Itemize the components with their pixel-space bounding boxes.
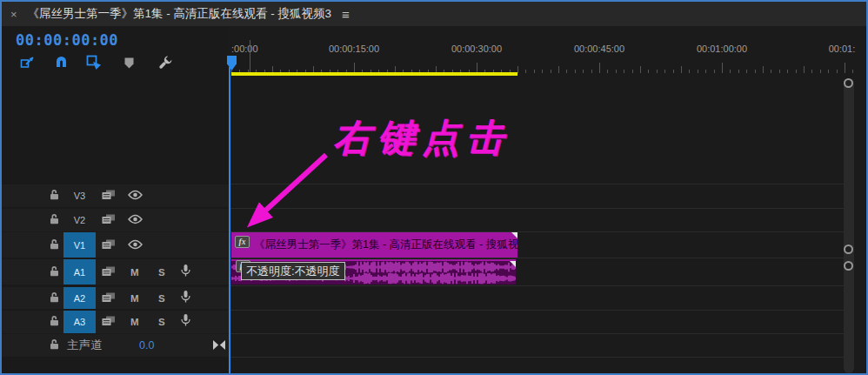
snap-icon[interactable] (52, 54, 70, 71)
lock-icon[interactable] (50, 238, 59, 253)
voiceover-mic-icon[interactable] (181, 290, 190, 306)
opacity-tooltip: 不透明度:不透明度 (241, 262, 345, 280)
sequence-title[interactable]: 《屌丝男士第一季》第1集 - 高清正版在线观看 - 搜狐视频3 (28, 6, 332, 22)
panel-titlebar: × 《屌丝男士第一季》第1集 - 高清正版在线观看 - 搜狐视频3 ≡ (2, 2, 866, 26)
solo-track-button[interactable]: S (158, 267, 165, 278)
mute-track-button[interactable]: M (130, 317, 139, 327)
ruler-time-label: 00:01:1 (829, 44, 856, 54)
mute-track-button[interactable]: M (130, 267, 139, 278)
linked-selection-icon[interactable] (85, 54, 103, 71)
track-header-a3: A3 M S (2, 311, 229, 333)
voiceover-mic-icon[interactable] (181, 264, 190, 280)
toggle-track-output-eye-icon[interactable] (128, 238, 143, 253)
sync-lock-icon[interactable] (102, 265, 116, 280)
voiceover-mic-icon[interactable] (181, 314, 190, 331)
track-header-v2: V2 (2, 209, 229, 231)
ruler-time-label: 00:00:15:00 (329, 44, 379, 54)
time-ruler[interactable]: :00:0000:00:15:0000:00:30:0000:00:45:000… (229, 44, 856, 57)
keyframe-toggle-icon[interactable] (212, 338, 226, 353)
track-name-v3[interactable]: V3 (63, 184, 96, 207)
scrollbar-handle[interactable] (844, 78, 853, 88)
timeline-panel: × 《屌丝男士第一季》第1集 - 高清正版在线观看 - 搜狐视频3 ≡ 00:0… (0, 0, 868, 375)
ruler-time-label: 00:00:45:00 (574, 44, 624, 54)
track-header-v3: V3 (2, 184, 229, 207)
ruler-time-label: 00:00:30:00 (451, 44, 502, 54)
lock-icon[interactable] (50, 314, 59, 330)
ruler-marker-line (250, 40, 250, 73)
clip-end-marker (511, 232, 517, 238)
toggle-track-output-eye-icon[interactable] (128, 212, 143, 228)
add-marker-icon[interactable] (120, 54, 137, 71)
master-level-value[interactable]: 0.0 (139, 339, 154, 352)
playhead-timecode[interactable]: 00:00:00:00 (16, 31, 118, 49)
lock-icon[interactable] (50, 188, 59, 204)
mute-track-button[interactable]: M (130, 293, 139, 304)
panel-menu-icon[interactable]: ≡ (342, 7, 350, 22)
track-name-a1[interactable]: A1 (63, 259, 96, 285)
track-name-a3[interactable]: A3 (63, 311, 96, 333)
sync-lock-icon[interactable] (102, 314, 116, 330)
track-header-v1: V1 (2, 232, 229, 258)
time-ruler-ticks (229, 57, 856, 73)
ruler-time-label: 00:01:00:00 (697, 44, 747, 54)
close-panel-icon[interactable]: × (10, 8, 17, 21)
sync-lock-icon[interactable] (102, 188, 116, 204)
vertical-scrollbar[interactable] (844, 78, 854, 373)
lock-icon[interactable] (50, 291, 59, 306)
track-name-a2[interactable]: A2 (63, 287, 96, 309)
track-header-a2: A2 M S (2, 287, 229, 309)
annotation-text: 右键点击 (333, 113, 511, 164)
scrollbar-handle[interactable] (844, 244, 853, 254)
annotation-arrow (239, 131, 344, 239)
lock-icon[interactable] (50, 338, 59, 353)
lock-icon[interactable] (50, 265, 59, 280)
master-track-label: 主声道 (67, 338, 103, 353)
sync-lock-icon[interactable] (102, 212, 116, 228)
clip-end-marker (510, 261, 516, 267)
sync-lock-icon[interactable] (102, 238, 116, 253)
timeline-settings-icon[interactable] (157, 54, 174, 71)
playhead-line (229, 67, 230, 373)
lock-icon[interactable] (50, 212, 59, 228)
video-clip-label: 《屌丝男士第一季》第1集 - 高清正版在线观看 - 搜狐视频3 (254, 238, 517, 252)
track-name-v1[interactable]: V1 (63, 232, 96, 258)
track-name-v2[interactable]: V2 (63, 209, 96, 231)
timeline-toolbar (19, 53, 174, 72)
ruler-time-label: :00:00 (231, 44, 258, 54)
scrollbar-handle[interactable] (844, 261, 853, 271)
sync-lock-icon[interactable] (102, 291, 116, 306)
toggle-track-output-eye-icon[interactable] (128, 188, 143, 204)
work-area-bar[interactable] (231, 72, 517, 76)
track-header-a1: A1 M S (2, 259, 229, 285)
nest-insert-icon[interactable] (19, 54, 37, 71)
track-header-master: 主声道 0.0 (2, 334, 229, 357)
solo-track-button[interactable]: S (158, 293, 165, 304)
solo-track-button[interactable]: S (158, 317, 165, 327)
